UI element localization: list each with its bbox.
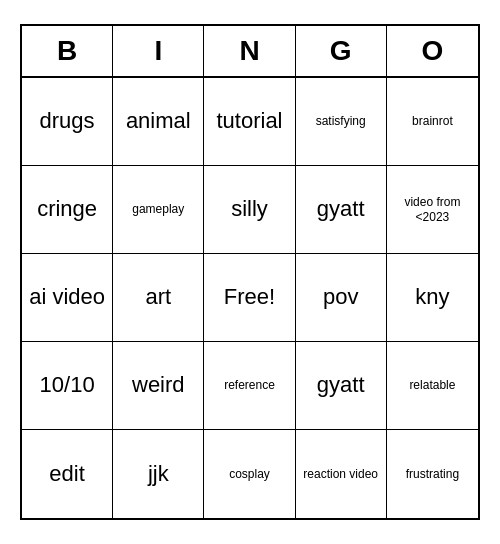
bingo-cell-9[interactable]: video from <2023: [387, 166, 478, 254]
cell-text-20: edit: [49, 461, 84, 487]
bingo-cell-6[interactable]: gameplay: [113, 166, 204, 254]
cell-text-10: ai video: [29, 284, 105, 310]
bingo-cell-23[interactable]: reaction video: [296, 430, 387, 518]
bingo-cell-12[interactable]: Free!: [204, 254, 295, 342]
cell-text-1: animal: [126, 108, 191, 134]
bingo-cell-5[interactable]: cringe: [22, 166, 113, 254]
cell-text-12: Free!: [224, 284, 275, 310]
header-letter-B: B: [22, 26, 113, 76]
cell-text-19: relatable: [409, 378, 455, 392]
bingo-cell-10[interactable]: ai video: [22, 254, 113, 342]
bingo-cell-16[interactable]: weird: [113, 342, 204, 430]
bingo-grid: drugsanimaltutorialsatisfyingbrainrotcri…: [22, 78, 478, 518]
cell-text-5: cringe: [37, 196, 97, 222]
bingo-cell-20[interactable]: edit: [22, 430, 113, 518]
cell-text-17: reference: [224, 378, 275, 392]
bingo-cell-19[interactable]: relatable: [387, 342, 478, 430]
bingo-card: BINGO drugsanimaltutorialsatisfyingbrain…: [20, 24, 480, 520]
cell-text-2: tutorial: [216, 108, 282, 134]
cell-text-6: gameplay: [132, 202, 184, 216]
header-letter-O: O: [387, 26, 478, 76]
cell-text-18: gyatt: [317, 372, 365, 398]
cell-text-15: 10/10: [40, 372, 95, 398]
cell-text-22: cosplay: [229, 467, 270, 481]
cell-text-4: brainrot: [412, 114, 453, 128]
cell-text-0: drugs: [40, 108, 95, 134]
cell-text-21: jjk: [148, 461, 169, 487]
bingo-cell-8[interactable]: gyatt: [296, 166, 387, 254]
bingo-cell-24[interactable]: frustrating: [387, 430, 478, 518]
bingo-cell-22[interactable]: cosplay: [204, 430, 295, 518]
cell-text-16: weird: [132, 372, 185, 398]
bingo-cell-1[interactable]: animal: [113, 78, 204, 166]
cell-text-7: silly: [231, 196, 268, 222]
bingo-cell-0[interactable]: drugs: [22, 78, 113, 166]
header-letter-G: G: [296, 26, 387, 76]
bingo-cell-13[interactable]: pov: [296, 254, 387, 342]
bingo-cell-7[interactable]: silly: [204, 166, 295, 254]
cell-text-14: kny: [415, 284, 449, 310]
bingo-header: BINGO: [22, 26, 478, 78]
bingo-cell-3[interactable]: satisfying: [296, 78, 387, 166]
bingo-cell-4[interactable]: brainrot: [387, 78, 478, 166]
bingo-cell-11[interactable]: art: [113, 254, 204, 342]
bingo-cell-17[interactable]: reference: [204, 342, 295, 430]
header-letter-N: N: [204, 26, 295, 76]
cell-text-11: art: [145, 284, 171, 310]
cell-text-24: frustrating: [406, 467, 459, 481]
cell-text-3: satisfying: [316, 114, 366, 128]
cell-text-23: reaction video: [303, 467, 378, 481]
bingo-cell-2[interactable]: tutorial: [204, 78, 295, 166]
cell-text-8: gyatt: [317, 196, 365, 222]
bingo-cell-15[interactable]: 10/10: [22, 342, 113, 430]
bingo-cell-14[interactable]: kny: [387, 254, 478, 342]
bingo-cell-21[interactable]: jjk: [113, 430, 204, 518]
cell-text-13: pov: [323, 284, 358, 310]
header-letter-I: I: [113, 26, 204, 76]
bingo-cell-18[interactable]: gyatt: [296, 342, 387, 430]
cell-text-9: video from <2023: [391, 195, 474, 224]
